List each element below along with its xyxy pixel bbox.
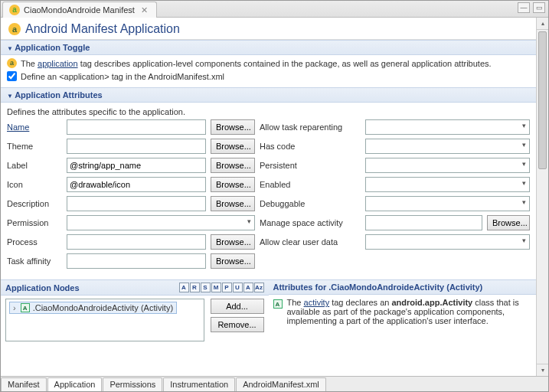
attr-dropdown[interactable] bbox=[365, 139, 530, 154]
page-title: Android Manifest Application bbox=[25, 22, 180, 36]
vertical-scrollbar[interactable]: ▴ ▾ bbox=[536, 18, 548, 376]
attr-input[interactable] bbox=[67, 158, 206, 173]
attr-dropdown[interactable] bbox=[365, 177, 530, 192]
attr-input[interactable] bbox=[67, 253, 206, 269]
attr-label: Persistent bbox=[260, 161, 361, 170]
attr-input[interactable] bbox=[67, 119, 206, 135]
maximize-icon[interactable]: ▭ bbox=[533, 2, 545, 13]
attr-label: Enabled bbox=[260, 180, 361, 189]
browse-button[interactable]: Browse... bbox=[211, 119, 255, 135]
attr-input[interactable] bbox=[67, 177, 206, 192]
attributes-grid: NameBrowse...Allow task reparentingTheme… bbox=[7, 119, 530, 269]
attr-label: Description bbox=[7, 199, 62, 208]
attr-label: Process bbox=[7, 237, 62, 247]
attr-label: Manage space activity bbox=[260, 218, 361, 227]
define-application-checkbox[interactable] bbox=[7, 71, 17, 81]
editor-tab-label: CiaoMondoAndroide Manifest bbox=[24, 5, 135, 15]
activity-icon: A bbox=[273, 299, 283, 309]
filter-icon[interactable]: M bbox=[211, 283, 221, 292]
attr-label: Theme bbox=[7, 142, 62, 151]
node-filter-icons: ARSMPUAAz bbox=[179, 283, 264, 292]
android-icon: a bbox=[7, 58, 17, 68]
application-nodes-tree[interactable]: A .CiaoMondoAndroideActivity (Activity) bbox=[5, 299, 204, 341]
attr-dropdown[interactable] bbox=[365, 119, 530, 135]
attr-label: Label bbox=[7, 161, 62, 170]
text: tag describes application-level componen… bbox=[78, 59, 492, 68]
text: The bbox=[21, 59, 38, 68]
define-application-label: Define an <application> tag in the Andro… bbox=[21, 72, 224, 81]
attr-input[interactable] bbox=[67, 234, 206, 250]
attr-label: Icon bbox=[7, 180, 62, 189]
bottom-tab[interactable]: AndroidManifest.xml bbox=[236, 377, 326, 391]
editor-main: a Android Manifest Application Applicati… bbox=[1, 18, 536, 376]
browse-button[interactable]: Browse... bbox=[211, 234, 255, 250]
add-button[interactable]: Add... bbox=[211, 299, 264, 314]
browse-button[interactable]: Browse... bbox=[211, 177, 255, 192]
section-application-attributes-header[interactable]: Application Attributes bbox=[1, 87, 536, 103]
close-icon[interactable]: ✕ bbox=[139, 5, 150, 15]
scroll-down-icon[interactable]: ▾ bbox=[537, 364, 548, 376]
page-title-row: a Android Manifest Application bbox=[1, 18, 536, 40]
browse-button[interactable]: Browse... bbox=[211, 158, 255, 173]
bottom-tab[interactable]: Application bbox=[47, 377, 103, 391]
attributes-for-header[interactable]: Attributes for .CiaoMondoAndroideActivit… bbox=[269, 279, 537, 295]
application-toggle-desc: a The application tag describes applicat… bbox=[7, 58, 530, 68]
activity-icon: A bbox=[21, 303, 30, 312]
remove-button[interactable]: Remove... bbox=[211, 317, 264, 332]
filter-icon[interactable]: U bbox=[233, 283, 243, 292]
attr-label: Has code bbox=[260, 142, 361, 151]
minimize-icon[interactable]: — bbox=[518, 2, 530, 13]
class-name: android.app.Activity bbox=[391, 298, 472, 307]
attr-dropdown[interactable] bbox=[365, 196, 530, 211]
activity-desc: The activity tag declares an android.app… bbox=[287, 298, 532, 325]
section-application-toggle-header[interactable]: Application Toggle bbox=[1, 40, 536, 55]
attr-input[interactable] bbox=[365, 215, 482, 230]
attr-input[interactable] bbox=[67, 196, 206, 211]
attr-label[interactable]: Name bbox=[7, 122, 62, 132]
browse-button[interactable]: Browse... bbox=[487, 215, 530, 230]
bottom-tab-bar: ManifestApplicationPermissionsInstrument… bbox=[1, 376, 548, 391]
filter-icon[interactable]: R bbox=[190, 283, 200, 292]
bottom-tab[interactable]: Permissions bbox=[103, 377, 162, 391]
bottom-tab[interactable]: Manifest bbox=[1, 377, 47, 391]
android-icon: a bbox=[8, 23, 21, 35]
browse-button[interactable]: Browse... bbox=[211, 139, 255, 154]
attr-dropdown[interactable] bbox=[67, 215, 255, 230]
filter-icon[interactable]: A bbox=[179, 283, 189, 292]
tree-item-label: .CiaoMondoAndroideActivity (Activity) bbox=[33, 303, 173, 312]
attributes-intro: Defines the attributes specific to the a… bbox=[7, 107, 530, 116]
activity-link[interactable]: activity bbox=[304, 298, 330, 307]
define-application-checkbox-row[interactable]: Define an <application> tag in the Andro… bbox=[7, 71, 530, 81]
bottom-tab[interactable]: Instrumentation bbox=[163, 377, 235, 391]
section-label: Attributes for .CiaoMondoAndroideActivit… bbox=[273, 283, 483, 292]
browse-button[interactable]: Browse... bbox=[211, 196, 255, 211]
attr-input[interactable] bbox=[67, 139, 206, 154]
application-nodes-header[interactable]: Application Nodes ARSMPUAAz bbox=[1, 279, 269, 296]
editor-tab[interactable]: a CiaoMondoAndroide Manifest ✕ bbox=[2, 2, 157, 18]
attr-label: Allow task reparenting bbox=[260, 122, 361, 132]
section-label: Application Nodes bbox=[5, 283, 80, 292]
attr-label: Permission bbox=[7, 218, 62, 227]
attr-dropdown[interactable] bbox=[365, 234, 530, 250]
filter-icon[interactable]: S bbox=[201, 283, 211, 292]
scroll-thumb[interactable] bbox=[538, 31, 547, 169]
attr-label: Debuggable bbox=[260, 199, 361, 208]
filter-icon[interactable]: Az bbox=[254, 283, 264, 292]
filter-icon[interactable]: A bbox=[243, 283, 253, 292]
tree-item-activity[interactable]: A .CiaoMondoAndroideActivity (Activity) bbox=[9, 302, 177, 314]
attr-dropdown[interactable] bbox=[365, 158, 530, 173]
application-link[interactable]: application bbox=[38, 59, 78, 68]
attr-label: Task affinity bbox=[7, 256, 62, 266]
top-tab-bar: a CiaoMondoAndroide Manifest ✕ — ▭ bbox=[1, 1, 548, 18]
browse-button[interactable]: Browse... bbox=[211, 253, 255, 269]
attr-label: Allow clear user data bbox=[260, 237, 361, 247]
filter-icon[interactable]: P bbox=[222, 283, 232, 292]
scroll-up-icon[interactable]: ▴ bbox=[537, 18, 548, 30]
android-icon: a bbox=[9, 5, 20, 15]
